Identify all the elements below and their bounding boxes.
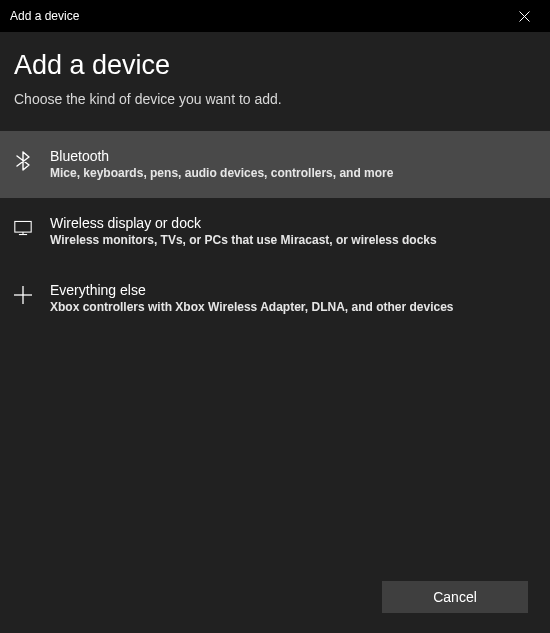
titlebar-title: Add a device <box>10 9 79 23</box>
close-button[interactable] <box>504 1 544 31</box>
page-subtitle: Choose the kind of device you want to ad… <box>14 91 536 107</box>
plus-icon <box>14 286 32 304</box>
svg-rect-2 <box>15 221 31 232</box>
footer: Cancel <box>382 581 528 613</box>
monitor-icon <box>14 219 32 237</box>
page-title: Add a device <box>14 50 536 81</box>
option-title: Everything else <box>50 282 454 298</box>
option-everything-else[interactable]: Everything else Xbox controllers with Xb… <box>0 265 550 332</box>
bluetooth-icon <box>14 152 32 170</box>
option-wireless-display[interactable]: Wireless display or dock Wireless monito… <box>0 198 550 265</box>
option-desc: Xbox controllers with Xbox Wireless Adap… <box>50 300 454 314</box>
titlebar: Add a device <box>0 0 550 32</box>
option-desc: Mice, keyboards, pens, audio devices, co… <box>50 166 393 180</box>
device-option-list: Bluetooth Mice, keyboards, pens, audio d… <box>0 131 550 332</box>
option-title: Bluetooth <box>50 148 393 164</box>
content-area: Add a device Choose the kind of device y… <box>0 32 550 332</box>
option-title: Wireless display or dock <box>50 215 437 231</box>
close-icon <box>519 11 530 22</box>
option-text: Everything else Xbox controllers with Xb… <box>50 282 454 314</box>
option-desc: Wireless monitors, TVs, or PCs that use … <box>50 233 437 247</box>
option-text: Bluetooth Mice, keyboards, pens, audio d… <box>50 148 393 180</box>
option-text: Wireless display or dock Wireless monito… <box>50 215 437 247</box>
option-bluetooth[interactable]: Bluetooth Mice, keyboards, pens, audio d… <box>0 131 550 198</box>
cancel-button[interactable]: Cancel <box>382 581 528 613</box>
